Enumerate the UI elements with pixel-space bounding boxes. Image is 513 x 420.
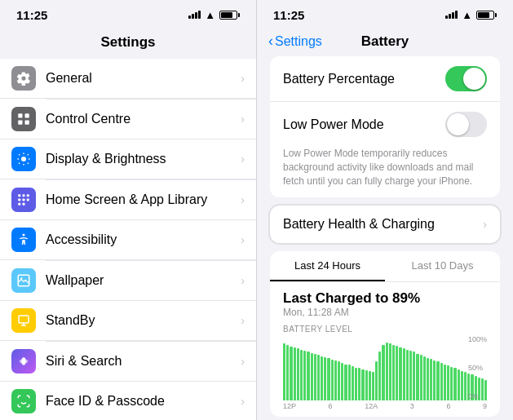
right-content: Battery Percentage Low Power Mode Low Po… [257,56,513,420]
chart-bar [416,354,418,401]
back-button[interactable]: ‹ Settings [268,33,322,50]
left-panel: 11:25 ▲ Settings [0,0,256,420]
chart-bar [352,366,354,400]
chart-y-labels: 100% 50% 0% [468,335,487,400]
control-centre-icon [11,107,36,131]
chart-bar [458,369,460,400]
back-chevron-icon: ‹ [268,33,273,50]
x-label-3: 3 [410,402,414,410]
y-label-0: 0% [468,392,487,400]
right-status-bar: 11:25 ▲ [257,0,513,29]
home-screen-icon [11,188,36,212]
accessibility-chevron: › [241,233,245,246]
chart-bar [433,360,436,401]
display-icon [11,147,36,171]
x-label-6: 6 [329,402,333,410]
chart-bar [300,350,303,400]
chart-info: Last Charged to 89% Mon, 11:28 AM [270,282,500,321]
chart-bar [334,360,337,401]
chart-bar [396,346,398,400]
standby-icon [11,308,36,333]
low-power-item[interactable]: Low Power Mode [270,102,500,147]
settings-item-siri[interactable]: Siri & Search › [0,342,256,382]
settings-item-accessibility[interactable]: Accessibility › [0,220,256,260]
chart-tab-10d[interactable]: Last 10 Days [385,251,500,281]
home-screen-label: Home Screen & App Library [46,192,236,207]
low-power-toggle[interactable] [445,112,487,137]
chart-tab-24h[interactable]: Last 24 Hours [270,251,385,281]
chart-bar [297,348,299,400]
chart-bar [355,368,357,401]
chart-area: BATTERY LEVEL 100% 50% 0% 12P 6 12A 3 6 [270,321,500,417]
chart-bar [348,365,351,400]
chart-bar [409,351,412,401]
general-chevron: › [241,72,245,85]
svg-rect-0 [18,113,22,117]
display-chevron: › [241,153,245,166]
right-battery-icon [476,11,497,20]
svg-rect-8 [18,198,20,201]
chart-bar [375,361,378,400]
chart-bar [392,345,395,401]
chart-bar [372,372,374,400]
accessibility-icon [11,228,36,252]
back-label: Settings [275,34,322,49]
chart-bar [314,354,316,401]
chart-bar [386,343,388,400]
settings-item-control-centre[interactable]: Control Centre › [0,99,256,139]
left-time: 11:25 [16,8,47,22]
chart-bar [447,365,449,400]
settings-item-home-screen[interactable]: Home Screen & App Library › [0,180,256,220]
chart-bar [378,351,381,400]
wallpaper-icon [11,268,36,293]
chart-bar [286,345,289,400]
faceid-chevron: › [241,395,245,408]
chart-bar [369,371,371,400]
left-nav-title: Settings [0,29,256,59]
chart-x-labels: 12P 6 12A 3 6 9 [283,400,487,417]
y-label-50: 50% [468,364,487,372]
chart-time: Mon, 11:28 AM [283,307,487,318]
battery-percentage-item[interactable]: Battery Percentage [270,56,500,102]
chart-bar [311,353,313,400]
settings-item-standby[interactable]: StandBy › [0,301,256,341]
control-centre-chevron: › [241,113,245,126]
settings-item-faceid[interactable]: Face ID & Passcode › [0,382,256,420]
x-label-9: 9 [483,402,487,410]
right-nav: ‹ Settings Battery [257,29,513,56]
faceid-label: Face ID & Passcode [46,394,236,409]
chart-bar [317,355,320,400]
x-label-12a: 12A [365,402,378,410]
chart-bar [423,356,426,400]
battery-health-chevron: › [483,218,487,231]
chart-bar [406,350,409,400]
battery-percentage-toggle[interactable] [445,66,487,91]
svg-point-13 [23,234,25,237]
chart-bar [344,365,347,401]
chart-wrapper: 100% 50% 0% [283,335,487,400]
battery-health-section[interactable]: Battery Health & Charging › [270,206,500,243]
chart-bar [461,371,463,401]
siri-chevron: › [241,355,245,368]
chart-bar [361,369,364,400]
settings-item-general[interactable]: General › [0,59,256,99]
chart-bar [413,351,415,400]
svg-rect-7 [27,194,29,197]
chart-bar [358,368,360,400]
siri-label: Siri & Search [46,354,236,369]
chart-bar [327,358,329,400]
chart-bar [453,368,456,400]
svg-rect-12 [23,202,25,205]
battery-top-section: Battery Percentage Low Power Mode Low Po… [270,56,500,197]
left-status-bar: 11:25 ▲ [0,0,256,29]
svg-point-18 [20,359,29,363]
y-label-100: 100% [468,335,487,343]
general-icon [11,66,36,91]
right-panel: 11:25 ▲ ‹ Settings Battery [256,0,513,420]
battery-chart [283,335,487,400]
settings-item-wallpaper[interactable]: Wallpaper › [0,261,256,301]
svg-rect-16 [19,316,29,323]
settings-item-display[interactable]: Display & Brightness › [0,139,256,179]
chart-bar [321,356,323,400]
svg-point-4 [21,157,26,161]
